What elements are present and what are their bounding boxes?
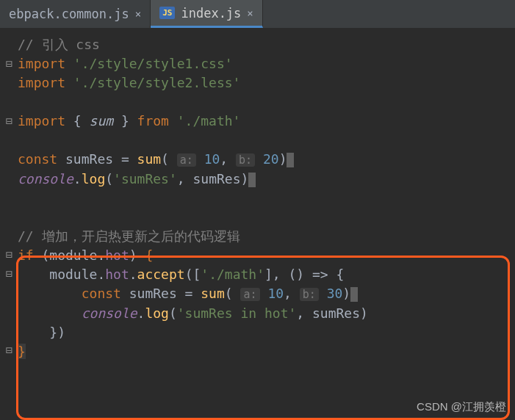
fold-icon[interactable]: ⊟ [0,112,18,131]
fold-icon[interactable]: ⊟ [0,54,18,73]
param-hint: b: [300,288,319,301]
comment: // 增加，开启热更新之后的代码逻辑 [18,228,240,244]
param-hint: a: [177,153,196,167]
code-editor[interactable]: ⊟ ⊟ ⊟ ⊟ ⊟ // 引入 css import './style/styl… [0,28,515,379]
close-icon[interactable]: × [135,8,141,20]
cursor-block [350,287,358,302]
gutter: ⊟ ⊟ ⊟ ⊟ ⊟ [0,35,18,379]
tab-webpack-common[interactable]: ebpack.common.js × [0,0,151,28]
cursor-block [248,173,256,187]
tab-label: ebpack.common.js [9,7,129,21]
watermark: CSDN @江拥羡橙 [417,400,506,414]
editor-tabs: ebpack.common.js × JS index.js × [0,0,515,28]
cursor-block [287,153,294,167]
fold-icon[interactable]: ⊟ [0,264,18,283]
tab-label: index.js [181,6,241,21]
tab-index-js[interactable]: JS index.js × [151,0,263,28]
fold-icon[interactable]: ⊟ [0,245,18,264]
code-area[interactable]: // 引入 css import './style/style1.css' im… [18,35,515,379]
comment: // 引入 css [18,37,100,52]
param-hint: b: [236,153,255,167]
close-icon[interactable]: × [247,7,253,19]
param-hint: a: [240,288,259,301]
fold-icon[interactable]: ⊟ [0,341,18,360]
js-file-icon: JS [159,7,175,19]
